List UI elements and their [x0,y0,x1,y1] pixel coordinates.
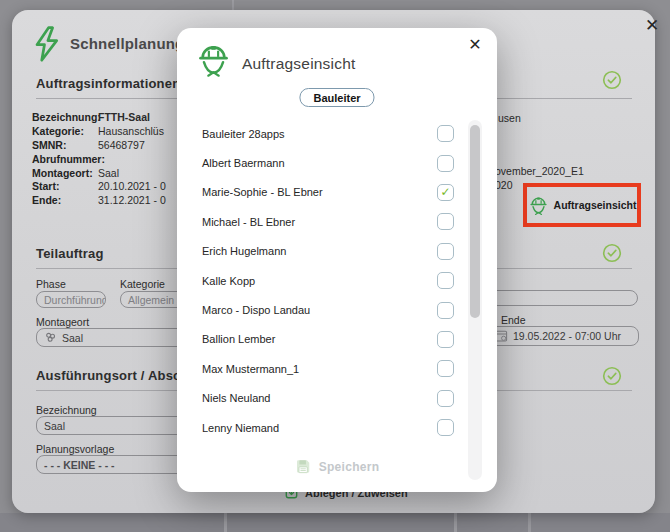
bezeichnung-value: Saal [44,420,65,432]
person-checkbox[interactable] [437,331,454,348]
check-circle-icon [602,366,622,386]
list-item: Bauleiter 28apps [202,119,454,148]
phase-value: Durchführung [44,294,106,306]
list-item: Ballion Lember [202,325,454,354]
scrollbar-track[interactable] [468,120,482,480]
list-item: Marie-Sophie - BL Ebner [202,178,454,207]
background-seam [454,513,457,532]
info-label: Ende: [32,194,98,206]
info-value-fragment: 020 [495,179,513,191]
check-circle-icon [602,70,622,90]
person-checkbox[interactable] [437,390,454,407]
person-name: Ballion Lember [202,333,275,345]
info-row: SMNR: 56468797 [32,138,166,152]
list-item: Niels Neuland [202,384,454,413]
info-value-fragment: ovember_2020_E1 [495,165,584,177]
section-title-teilauftrag: Teilauftrag [36,246,104,261]
person-name: Max Mustermann_1 [202,363,299,375]
person-name: Lenny Niemand [202,422,279,434]
person-checkbox[interactable] [437,272,454,289]
save-icon [295,458,312,475]
info-label: SMNR: [32,139,98,151]
info-value: FTTH-Saal [98,111,150,123]
person-checkbox[interactable] [437,125,454,142]
background-seam [224,513,227,532]
montageort-value: Saal [62,332,83,344]
info-row: Abrufnummer: [32,152,166,166]
screen: Schnellplanung ✕ Auftragsinformationen B… [0,0,670,532]
page-title: Schnellplanung [70,35,184,52]
info-row: Bezeichnung: FTTH-Saal [32,110,166,124]
person-checkbox[interactable] [437,302,454,319]
scrollbar-thumb[interactable] [470,125,480,318]
info-label: Start: [32,180,98,192]
person-name: Erich Hugelmann [202,245,286,257]
person-checkbox[interactable] [437,243,454,260]
info-value: Hausanschlüs [98,125,164,137]
auftragseinsicht-modal: ✕ Auftragseinsicht Bauleiter Bauleiter 2… [177,28,497,492]
bezeichnung-label: Bezeichnung [36,404,97,416]
order-info-list: Bezeichnung: FTTH-Saal Kategorie: Hausan… [32,110,166,207]
montageort-label: Montageort [36,316,89,328]
info-value: 20.10.2021 - 0 [98,180,166,192]
helmet-icon [195,40,232,80]
kategorie-value: Allgemein [128,294,174,306]
bauleiter-filter-chip[interactable]: Bauleiter [299,88,374,107]
section-title-auftragsinformationen: Auftragsinformationen [36,76,180,91]
info-row: Start: 20.10.2021 - 0 [32,179,166,193]
kategorie-label: Kategorie [120,278,165,290]
background-strip [0,513,670,532]
info-value-fragment: usen [498,112,521,124]
check-circle-icon [602,243,622,263]
ende-field[interactable]: 19.05.2022 - 07:00 Uhr [486,326,639,346]
info-label: Bezeichnung: [32,111,98,123]
list-item: Lenny Niemand [202,413,454,442]
person-name: Niels Neuland [202,392,270,404]
phase-label: Phase [36,278,66,290]
bauleiter-list: Bauleiter 28apps Albert Baermann Marie-S… [202,119,454,442]
auftragseinsicht-button[interactable]: Auftragseinsicht [523,183,641,227]
helmet-icon [528,195,549,216]
person-name: Kalle Kopp [202,275,255,287]
info-value: 56468797 [98,139,145,151]
info-label: Abrufnummer: [32,153,98,165]
person-checkbox[interactable] [437,155,454,172]
ende-value: 19.05.2022 - 07:00 Uhr [513,330,621,342]
person-checkbox[interactable] [437,184,454,201]
info-value: 31.12.2021 - 0 [98,194,166,206]
ende-label: Ende [501,314,526,326]
list-item: Michael - BL Ebner [202,207,454,236]
person-checkbox[interactable] [437,213,454,230]
list-item: Albert Baermann [202,148,454,177]
info-row: Montageort: Saal [32,166,166,180]
person-checkbox[interactable] [437,419,454,436]
planungsvorlage-value: - - - KEINE - - - [44,459,115,471]
info-label: Kategorie: [32,125,98,137]
modal-title: Auftragseinsicht [242,55,355,73]
save-button-label: Speichern [319,460,380,474]
location-cluster-icon [44,331,57,344]
close-icon[interactable]: ✕ [642,16,662,36]
list-item: Kalle Kopp [202,266,454,295]
person-name: Michael - BL Ebner [202,216,295,228]
person-name: Albert Baermann [202,157,285,169]
list-item: Marco - Dispo Landau [202,295,454,324]
person-name: Marco - Dispo Landau [202,304,310,316]
save-button[interactable]: Speichern [295,458,380,475]
auftragseinsicht-button-label: Auftragseinsicht [554,199,637,211]
info-row: Ende: 31.12.2021 - 0 [32,193,166,207]
phase-field[interactable]: Durchführung [36,291,106,308]
background-seam [528,513,531,532]
list-item: Max Mustermann_1 [202,354,454,383]
person-name: Bauleiter 28apps [202,128,285,140]
planungsvorlage-label: Planungsvorlage [36,443,114,455]
info-label: Montageort: [32,167,98,179]
person-name: Marie-Sophie - BL Ebner [202,186,323,198]
person-checkbox[interactable] [437,360,454,377]
background-seam [232,0,234,10]
info-value: Saal [98,167,119,179]
lightning-icon [30,25,63,63]
info-row: Kategorie: Hausanschlüs [32,124,166,138]
list-item: Erich Hugelmann [202,237,454,266]
close-icon[interactable]: ✕ [466,36,484,54]
